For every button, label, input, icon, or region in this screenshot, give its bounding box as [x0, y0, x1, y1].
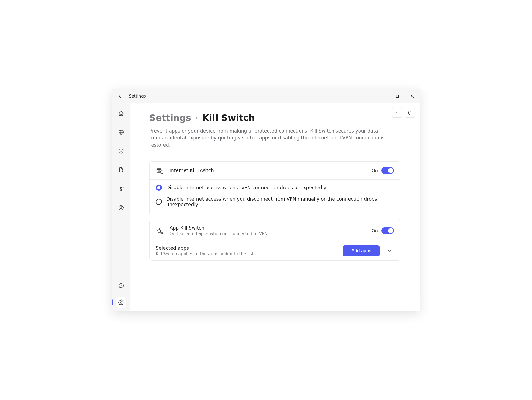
svg-line-12: [121, 188, 122, 190]
app-ks-icon: [156, 227, 164, 235]
breadcrumb: Settings Kill Switch: [149, 113, 400, 123]
file-arrow-icon: [118, 167, 124, 173]
gear-icon: [118, 299, 124, 305]
svg-text:W: W: [158, 170, 160, 172]
titlebar: Settings: [112, 89, 420, 103]
help-chat-icon: ?: [118, 283, 124, 289]
minimize-button[interactable]: [375, 89, 390, 103]
chevron-right-icon: [195, 116, 198, 119]
download-button[interactable]: [392, 108, 402, 118]
internet-ks-title: Internet Kill Switch: [170, 168, 366, 173]
close-button[interactable]: [405, 89, 420, 103]
selected-apps-subtitle: Kill Switch applies to the apps added to…: [156, 251, 337, 256]
shield-bolt-icon: [118, 148, 124, 154]
arrow-left-icon: [118, 94, 123, 98]
sidebar-item-file-share[interactable]: [116, 165, 126, 175]
page-description: Prevent apps or your device from making …: [149, 128, 388, 149]
internet-ks-option-2-label: Disable internet access when you disconn…: [166, 196, 394, 207]
back-button[interactable]: [117, 94, 124, 98]
target-icon: [118, 205, 124, 211]
content-pane: Settings Kill Switch Prevent apps or you…: [130, 103, 420, 311]
maximize-button[interactable]: [390, 89, 405, 103]
globe-icon: [118, 129, 124, 135]
app-kill-switch-card: App Kill Switch Quit selected apps when …: [149, 220, 400, 261]
bell-icon: [407, 110, 412, 115]
app-ks-toggle[interactable]: [381, 227, 394, 234]
internet-ks-icon: W: [156, 167, 164, 174]
notifications-button[interactable]: [405, 108, 415, 118]
chevron-down-icon: [387, 248, 392, 253]
close-icon: [411, 95, 414, 98]
app-ks-subtitle: Quit selected apps when not connected to…: [170, 231, 366, 236]
app-window: Settings: [112, 89, 420, 311]
selected-apps-title: Selected apps: [156, 245, 337, 251]
svg-rect-25: [158, 230, 161, 233]
sidebar-item-home[interactable]: [116, 108, 126, 119]
home-icon: [118, 110, 124, 116]
sidebar-item-meshnet[interactable]: [116, 184, 126, 194]
internet-ks-option-2[interactable]: Disable internet access when you disconn…: [156, 193, 394, 210]
window-controls: [375, 89, 420, 103]
internet-ks-option-1[interactable]: Disable internet access when a VPN conne…: [156, 182, 394, 193]
breadcrumb-current: Kill Switch: [202, 113, 255, 123]
svg-text:?: ?: [121, 284, 122, 287]
add-apps-button[interactable]: Add apps: [343, 245, 380, 256]
internet-ks-toggle-label: On: [372, 168, 378, 173]
svg-point-10: [121, 190, 122, 191]
svg-point-18: [120, 302, 122, 303]
expand-selected-apps[interactable]: [385, 248, 394, 253]
internet-ks-option-1-label: Disable internet access when a VPN conne…: [166, 185, 326, 190]
app-ks-title: App Kill Switch: [170, 225, 366, 231]
internet-kill-switch-card: W Internet Kill Switch On: [149, 161, 400, 215]
svg-line-11: [120, 188, 121, 190]
svg-rect-2: [396, 95, 399, 97]
radio-unselected-icon: [156, 199, 162, 205]
sidebar: ?: [112, 103, 130, 311]
app-ks-toggle-label: On: [372, 228, 378, 233]
sidebar-item-help[interactable]: ?: [116, 281, 126, 291]
sidebar-item-globe[interactable]: [116, 127, 126, 137]
sidebar-item-settings[interactable]: [116, 297, 126, 308]
breadcrumb-parent[interactable]: Settings: [149, 113, 191, 123]
window-title: Settings: [129, 94, 146, 99]
sidebar-item-threat-protection[interactable]: [116, 146, 126, 156]
sidebar-item-target[interactable]: [116, 202, 126, 213]
radio-selected-icon: [156, 185, 162, 191]
nodes-icon: [118, 186, 124, 192]
minimize-icon: [381, 95, 384, 98]
maximize-icon: [396, 95, 399, 98]
download-icon: [395, 110, 400, 115]
internet-ks-toggle[interactable]: [381, 167, 394, 174]
